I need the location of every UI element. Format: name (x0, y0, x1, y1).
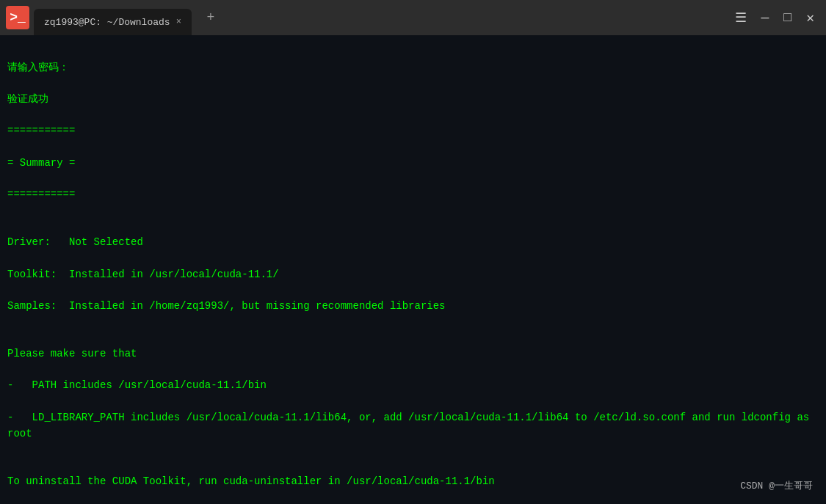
terminal-output-line: - PATH includes /usr/local/cuda-11.1/bin (7, 378, 819, 394)
terminal-output-line: =========== (7, 123, 819, 139)
tab-label: zq1993@PC: ~/Downloads (44, 17, 170, 28)
titlebar: >_ zq1993@PC: ~/Downloads × + ☰ — □ ✕ (0, 0, 826, 35)
minimize-button[interactable]: — (761, 10, 769, 25)
terminal-output-line: = Summary = (7, 156, 819, 172)
terminal-output-line: Samples: Installed in /home/zq1993/, but… (7, 299, 819, 315)
close-button[interactable]: ✕ (806, 10, 814, 26)
terminal-output-line: 验证成功 (7, 92, 819, 108)
maximize-button[interactable]: □ (783, 10, 791, 25)
terminal-blank-line (7, 458, 819, 474)
terminal-output-line: - LD_LIBRARY_PATH includes /usr/local/cu… (7, 410, 819, 442)
menu-icon[interactable]: ☰ (735, 10, 747, 26)
active-tab[interactable]: zq1993@PC: ~/Downloads × (34, 9, 192, 35)
watermark: CSDN @一生哥哥 (740, 479, 813, 494)
new-tab-button[interactable]: + (199, 6, 222, 29)
terminal-output-line: Please make sure that (7, 346, 819, 362)
window-controls: ☰ — □ ✕ (735, 10, 820, 26)
terminal-blank-line (7, 330, 819, 346)
terminal-blank-line (7, 219, 819, 235)
terminal-output-line: Toolkit: Installed in /usr/local/cuda-11… (7, 267, 819, 283)
terminal-output-line: =========== (7, 187, 819, 203)
terminal-output-line: 请输入密码： (7, 60, 819, 76)
tab-close-button[interactable]: × (176, 17, 181, 27)
terminal-logo: >_ (6, 6, 29, 29)
terminal-output-line: To uninstall the CUDA Toolkit, run cuda-… (7, 474, 819, 490)
terminal-output-line: Driver: Not Selected (7, 235, 819, 251)
terminal-content[interactable]: 请输入密码： 验证成功 =========== = Summary = ====… (0, 35, 826, 504)
